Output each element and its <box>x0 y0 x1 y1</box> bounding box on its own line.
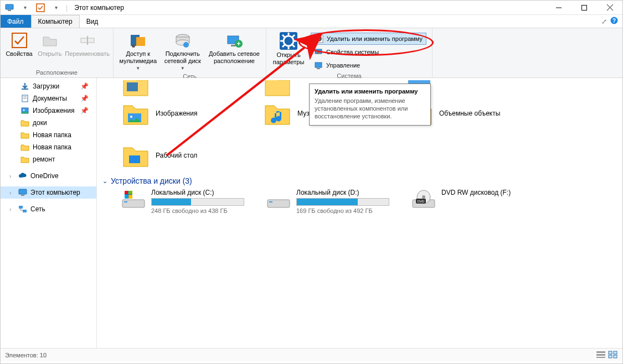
add-network-location-button[interactable]: + Добавить сетевое расположение <box>206 30 262 65</box>
svg-rect-4 <box>582 5 587 10</box>
status-item-count: Элементов: 10 <box>5 352 47 358</box>
svg-text:DVD: DVD <box>418 200 425 203</box>
qat-properties-icon[interactable] <box>34 2 47 14</box>
svg-rect-70 <box>596 357 605 358</box>
svg-rect-45 <box>19 189 27 194</box>
svg-rect-71 <box>609 351 612 354</box>
map-drive-button[interactable]: Подключить сетевой диск ▼ <box>159 30 206 72</box>
drive-dvd[interactable]: DVD DVD RW дисковод (F:) <box>411 189 542 211</box>
nav-network-label: Сеть <box>30 205 45 213</box>
help-icon[interactable]: ? <box>610 17 618 26</box>
uninstall-program-button[interactable]: Удалить или изменить программу <box>311 33 426 45</box>
tab-computer[interactable]: Компьютер <box>31 15 80 28</box>
media-access-button[interactable]: Доступ к мультимедиа ▼ <box>117 30 159 72</box>
nav-remont[interactable]: ремонт <box>1 153 96 165</box>
svg-rect-61 <box>267 200 290 207</box>
separator: | <box>66 4 68 12</box>
svg-rect-54 <box>122 200 145 207</box>
drive-c-label: Локальный диск (C:) <box>151 189 244 196</box>
tiles-view-icon[interactable] <box>608 351 618 360</box>
nav-new-folder-2-label: Новая папка <box>33 143 71 151</box>
pin-icon: 📌 <box>80 95 89 102</box>
svg-rect-1 <box>8 10 11 11</box>
group-location-label: Расположение <box>1 68 113 77</box>
close-button[interactable] <box>597 1 622 15</box>
drive-c[interactable]: Локальный диск (C:) 248 ГБ свободно из 4… <box>121 189 252 214</box>
nav-pictures[interactable]: Изображения📌 <box>1 105 96 117</box>
system-properties-button[interactable]: Свойства системы <box>311 46 426 58</box>
svg-text:+: + <box>236 40 240 48</box>
nav-onedrive-label: OneDrive <box>30 172 59 180</box>
pin-icon: 📌 <box>80 107 89 115</box>
rename-button: Переименовать <box>65 30 110 58</box>
tab-file[interactable]: Файл <box>1 15 31 28</box>
folder-desktop[interactable]: Рабочий стол <box>121 141 249 170</box>
add-net-location-label: Добавить сетевое расположение <box>209 50 260 65</box>
folder-3d-objects-label: Объемные объекты <box>439 110 500 117</box>
titlebar: ▾ ▾ | Этот компьютер <box>1 1 622 15</box>
svg-rect-38 <box>317 68 320 69</box>
nav-documents-label: Документы <box>33 95 67 102</box>
open-button: Открыть <box>34 30 65 58</box>
ribbon: Свойства Открыть Переименовать Расположе… <box>1 28 622 78</box>
tooltip-body: Удаление программ, изменение установленн… <box>315 97 425 120</box>
pin-icon: 📌 <box>80 82 89 90</box>
svg-rect-13 <box>136 37 145 46</box>
chevron-right-icon: › <box>9 173 15 179</box>
svg-rect-68 <box>596 351 605 353</box>
folder-pictures[interactable]: Изображения <box>121 99 249 128</box>
properties-button[interactable]: Свойства <box>4 30 34 58</box>
drive-d[interactable]: Локальный диск (D:) 169 ГБ свободно из 4… <box>266 189 397 214</box>
nav-new-folder-1-label: Новая папка <box>33 131 71 139</box>
svg-rect-69 <box>596 354 605 356</box>
qat-dropdown-2[interactable]: ▾ <box>49 2 63 14</box>
nav-this-pc[interactable]: › Этот компьютер <box>1 186 96 199</box>
manage-button[interactable]: Управление <box>311 59 426 71</box>
svg-rect-74 <box>614 355 617 358</box>
minimize-button[interactable] <box>546 1 571 15</box>
qat-dropdown[interactable]: ▾ <box>18 2 32 14</box>
svg-text:?: ? <box>612 18 616 24</box>
section-devices-drives[interactable]: ⌄ Устройства и диски (3) <box>102 176 617 185</box>
this-pc-icon <box>3 2 16 14</box>
tab-view[interactable]: Вид <box>80 15 106 28</box>
svg-rect-72 <box>614 351 617 354</box>
tooltip-title: Удалить или изменить программу <box>315 88 425 95</box>
properties-label: Свойства <box>6 50 32 58</box>
nav-downloads[interactable]: Загрузки📌 <box>1 80 96 92</box>
svg-rect-73 <box>609 355 612 358</box>
details-view-icon[interactable] <box>596 351 606 360</box>
nav-new-folder-2[interactable]: Новая папка <box>1 141 96 153</box>
svg-rect-49 <box>127 82 138 91</box>
maximize-button[interactable] <box>571 1 597 15</box>
folder-item[interactable] <box>121 80 249 99</box>
rename-label: Переименовать <box>65 50 110 58</box>
nav-this-pc-label: Этот компьютер <box>30 189 80 196</box>
svg-rect-9 <box>12 33 27 48</box>
nav-network[interactable]: › Сеть <box>1 203 96 215</box>
svg-rect-39 <box>22 89 28 90</box>
media-access-label: Доступ к мультимедиа <box>120 50 157 65</box>
svg-rect-53 <box>129 155 140 163</box>
tooltip-uninstall: Удалить или изменить программу Удаление … <box>309 84 431 126</box>
navigation-pane[interactable]: Загрузки📌 Документы📌 Изображения📌 доки Н… <box>1 78 97 348</box>
nav-onedrive[interactable]: › OneDrive <box>1 170 96 182</box>
open-label: Открыть <box>38 50 61 58</box>
drive-d-usage-bar <box>296 198 389 206</box>
minimize-ribbon-icon[interactable]: ⤢ <box>601 18 607 25</box>
svg-rect-60 <box>128 195 132 199</box>
nav-documents[interactable]: Документы📌 <box>1 92 96 105</box>
svg-rect-20 <box>231 45 235 46</box>
open-settings-button[interactable]: Открыть параметры <box>270 30 307 66</box>
map-drive-label: Подключить сетевой диск <box>164 50 201 65</box>
svg-rect-57 <box>125 191 128 194</box>
svg-rect-47 <box>19 206 23 209</box>
chevron-down-icon: ⌄ <box>102 178 107 185</box>
svg-rect-58 <box>128 191 132 194</box>
svg-rect-37 <box>315 63 322 67</box>
svg-rect-0 <box>6 4 13 9</box>
folder-desktop-label: Рабочий стол <box>156 152 197 159</box>
nav-new-folder-1[interactable]: Новая папка <box>1 129 96 141</box>
window-title: Этот компьютер <box>74 4 124 12</box>
nav-doki[interactable]: доки <box>1 117 96 129</box>
